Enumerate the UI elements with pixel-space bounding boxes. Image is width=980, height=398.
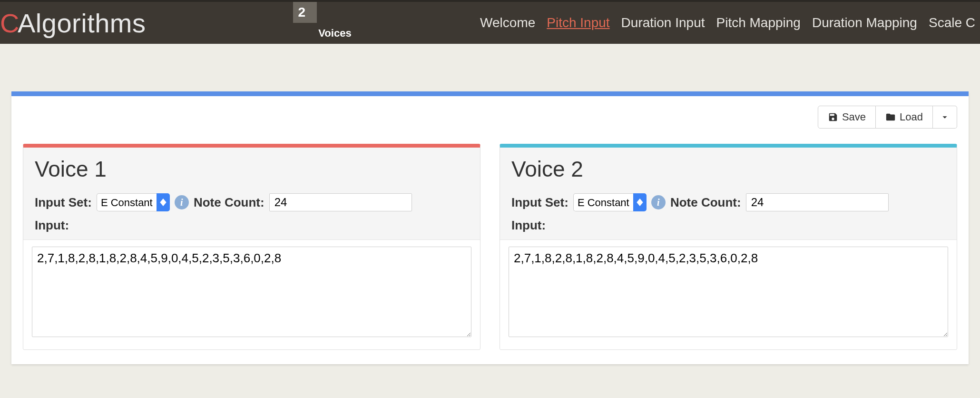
select-arrows-icon bbox=[633, 193, 647, 211]
voice-1-input-label: Input: bbox=[35, 218, 469, 233]
voice-2-inputset-select[interactable]: E Constant bbox=[573, 193, 633, 211]
load-button[interactable]: Load bbox=[876, 106, 933, 129]
brand-logo[interactable]: CAlgorithms bbox=[0, 2, 160, 44]
voice-1-inputset-label: Input Set: bbox=[35, 195, 92, 210]
nav-pitch-input[interactable]: Pitch Input bbox=[547, 15, 609, 30]
voice-panel-2: Voice 2 Input Set: E Constant bbox=[500, 144, 957, 350]
voice-1-title: Voice 1 bbox=[35, 156, 469, 182]
nav-welcome[interactable]: Welcome bbox=[480, 15, 535, 30]
voices-counter[interactable]: 2 Voices bbox=[293, 2, 376, 44]
brand-prefix: C bbox=[0, 8, 20, 39]
voice-2-input-textarea[interactable] bbox=[509, 247, 948, 337]
save-button[interactable]: Save bbox=[818, 106, 876, 129]
info-icon[interactable]: i bbox=[651, 195, 666, 209]
voices-count-label: Voices bbox=[293, 23, 376, 44]
load-dropdown-toggle[interactable] bbox=[933, 106, 957, 129]
nav-links: Welcome Pitch Input Duration Input Pitch… bbox=[480, 2, 980, 44]
voice-1-controls: Input Set: E Constant i Note Count: bbox=[35, 193, 469, 211]
info-icon[interactable]: i bbox=[175, 195, 189, 209]
save-button-label: Save bbox=[842, 111, 866, 123]
voice-2-inputset-select-wrap[interactable]: E Constant bbox=[573, 193, 647, 211]
voice-2-controls: Input Set: E Constant i Note Count: bbox=[511, 193, 945, 211]
load-button-label: Load bbox=[900, 111, 923, 123]
save-icon bbox=[828, 112, 838, 122]
caret-down-icon bbox=[940, 112, 950, 122]
top-navbar: CAlgorithms 2 Voices Welcome Pitch Input… bbox=[0, 0, 980, 44]
voice-2-header: Voice 2 Input Set: E Constant bbox=[500, 148, 957, 240]
card-toolbar: Save Load bbox=[23, 106, 957, 129]
voice-1-body bbox=[23, 240, 480, 349]
folder-open-icon bbox=[885, 112, 896, 122]
voice-1-input-textarea[interactable] bbox=[32, 247, 471, 337]
voice-2-title: Voice 2 bbox=[511, 156, 945, 182]
voice-1-header: Voice 1 Input Set: E Constant bbox=[23, 148, 480, 240]
voice-1-notecount-input[interactable] bbox=[269, 193, 412, 211]
voices-row: Voice 1 Input Set: E Constant bbox=[23, 144, 957, 350]
voice-2-notecount-input[interactable] bbox=[746, 193, 889, 211]
voice-1-inputset-select-wrap[interactable]: E Constant bbox=[97, 193, 170, 211]
voices-count-value[interactable]: 2 bbox=[293, 2, 317, 23]
nav-duration-mapping[interactable]: Duration Mapping bbox=[812, 15, 917, 30]
nav-duration-input[interactable]: Duration Input bbox=[621, 15, 705, 30]
voice-2-input-label: Input: bbox=[511, 218, 945, 233]
voice-1-inputset-select[interactable]: E Constant bbox=[97, 193, 157, 211]
save-load-group: Save Load bbox=[818, 106, 957, 129]
select-arrows-icon bbox=[157, 193, 170, 211]
voice-2-notecount-label: Note Count: bbox=[670, 195, 741, 210]
brand-rest: Algorithms bbox=[18, 8, 146, 39]
page-wrap: Save Load Voice 1 Input Set: bbox=[0, 44, 980, 364]
voice-2-inputset-label: Input Set: bbox=[511, 195, 568, 210]
voice-panel-1: Voice 1 Input Set: E Constant bbox=[23, 144, 480, 350]
nav-pitch-mapping[interactable]: Pitch Mapping bbox=[716, 15, 800, 30]
nav-scale[interactable]: Scale C bbox=[929, 15, 975, 30]
voice-1-notecount-label: Note Count: bbox=[194, 195, 265, 210]
voice-2-body bbox=[500, 240, 957, 349]
main-card: Save Load Voice 1 Input Set: bbox=[11, 91, 969, 364]
